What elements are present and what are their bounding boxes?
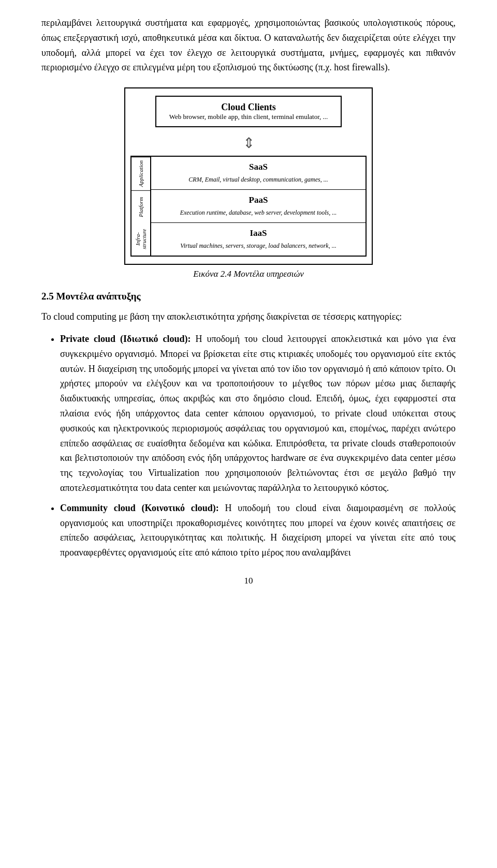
cloud-clients-subtitle: Web browser, mobile app, thin client, te… xyxy=(164,113,333,121)
saas-block: SaaS CRM, Email, virtual desktop, commun… xyxy=(151,157,366,190)
cloud-clients-title: Cloud Clients xyxy=(164,102,333,113)
layer-content-column: SaaS CRM, Email, virtual desktop, commun… xyxy=(151,157,366,256)
iaas-name: IaaS xyxy=(156,228,360,238)
bidirectional-arrow: ⇕ xyxy=(125,134,372,152)
saas-desc: CRM, Email, virtual desktop, communicati… xyxy=(188,176,328,183)
intro-paragraph: περιλαμβάνει λειτουργικά συστήματα και ε… xyxy=(41,16,456,75)
cloud-clients-box: Cloud Clients Web browser, mobile app, t… xyxy=(155,96,342,127)
page-number: 10 xyxy=(41,576,456,586)
paas-desc: Execution runtime, database, web server,… xyxy=(180,209,337,216)
iaas-desc: Virtual machines, servers, storage, load… xyxy=(180,242,336,249)
cloud-diagram: Cloud Clients Web browser, mobile app, t… xyxy=(124,87,373,265)
paas-name: PaaS xyxy=(156,195,360,205)
list-item-community-cloud: Community cloud (Κοινοτικό cloud): Η υπο… xyxy=(60,501,456,560)
layer-label-column: Application Platform Infra-structure xyxy=(131,157,151,256)
list-item-private-cloud: Private cloud (Ιδιωτικό cloud): Η υποδομ… xyxy=(60,332,456,496)
service-layers: Application Platform Infra-structure Saa… xyxy=(130,156,367,257)
saas-name: SaaS xyxy=(156,162,360,172)
application-label: Application xyxy=(131,157,150,190)
figure-caption: Εικόνα 2.4 Μοντέλα υπηρεσιών xyxy=(41,269,456,279)
diagram-container: Cloud Clients Web browser, mobile app, t… xyxy=(41,87,456,265)
private-cloud-text: Η υποδομή του cloud λειτουργεί αποκλειστ… xyxy=(60,334,456,493)
paas-block: PaaS Execution runtime, database, web se… xyxy=(151,190,366,223)
section-heading: 2.5 Μοντέλα ανάπτυξης xyxy=(41,291,456,302)
private-cloud-label: Private cloud (Ιδιωτικό cloud): xyxy=(60,334,191,344)
platform-label: Platform xyxy=(131,190,150,223)
community-cloud-label: Community cloud (Κοινοτικό cloud): xyxy=(60,503,219,513)
infrastructure-label: Infra-structure xyxy=(131,223,150,256)
section-intro: Το cloud computing με βάση την αποκλειστ… xyxy=(41,309,456,324)
bullet-list: Private cloud (Ιδιωτικό cloud): Η υποδομ… xyxy=(41,332,456,560)
iaas-block: IaaS Virtual machines, servers, storage,… xyxy=(151,223,366,256)
